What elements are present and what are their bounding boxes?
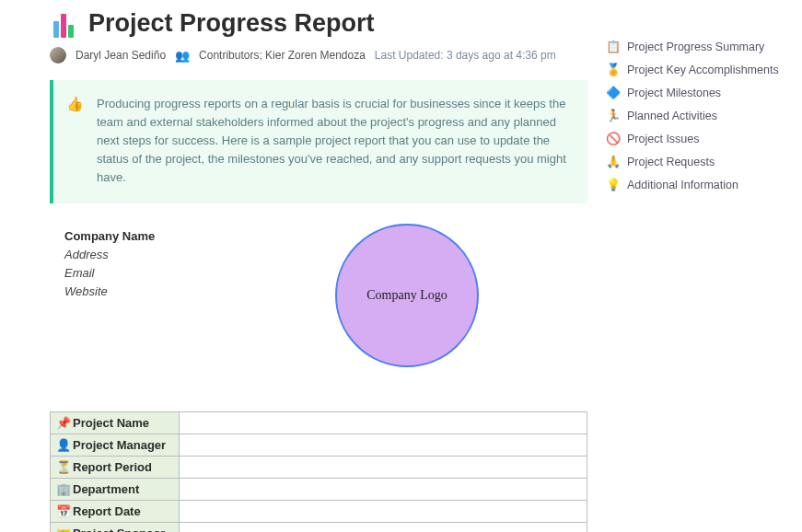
table-row-label: 👤Project Manager (51, 434, 180, 457)
last-updated-value: 3 days ago at 4:36 pm (447, 49, 556, 62)
table-row: ⏳Report Period (51, 457, 587, 479)
author-avatar[interactable] (50, 47, 66, 64)
row-icon: 👤 (56, 438, 71, 452)
page-title: Project Progress Report (88, 9, 375, 38)
nav-label: Project Key Accomplishments (627, 64, 779, 76)
nav-icon: 🏃 (606, 109, 620, 122)
author-name[interactable]: Daryl Jean Sediño (76, 49, 166, 62)
row-icon: 📌 (56, 416, 71, 430)
row-label-text: Report Date (73, 504, 141, 518)
table-row-value[interactable] (180, 457, 587, 479)
table-row: 👤Project Manager (51, 434, 587, 457)
row-label-text: Department (73, 482, 139, 496)
company-logo-text: Company Logo (366, 288, 447, 303)
nav-item[interactable]: 🔷Project Milestones (606, 81, 789, 104)
nav-item[interactable]: 🙏Project Requests (606, 150, 789, 173)
nav-item[interactable]: 📋Project Progress Summary (606, 35, 789, 58)
nav-icon: 📋 (606, 40, 620, 53)
row-icon: 📅 (56, 504, 71, 518)
row-icon: ⏳ (56, 460, 71, 474)
nav-label: Additional Information (627, 179, 738, 191)
nav-item[interactable]: 🏃Planned Activities (606, 104, 789, 127)
sidebar-nav: 📋Project Progress Summary🏅Project Key Ac… (587, 9, 789, 532)
row-label-text: Project Sponsor (73, 526, 165, 532)
table-row-label: 🤝Project Sponsor (51, 523, 180, 533)
nav-label: Project Issues (627, 133, 700, 145)
row-icon: 🤝 (56, 526, 71, 532)
contributors-value[interactable]: Kier Zoren Mendoza (265, 49, 366, 62)
contributors-label: Contributors; (199, 49, 262, 62)
table-row-value[interactable] (180, 523, 587, 533)
nav-item[interactable]: 🚫Project Issues (606, 127, 789, 150)
contributors-icon: 👥 (175, 48, 190, 63)
row-label-text: Project Manager (73, 438, 166, 452)
table-row-label: 📌Project Name (51, 412, 180, 434)
nav-item[interactable]: 💡Additional Information (606, 173, 789, 196)
table-row: 📌Project Name (51, 412, 587, 434)
last-updated-label: Last Updated: (375, 49, 444, 62)
nav-label: Project Milestones (627, 87, 721, 99)
table-row: 📅Report Date (51, 501, 587, 523)
nav-label: Planned Activities (627, 110, 717, 122)
project-info-table: 📌Project Name👤Project Manager⏳Report Per… (50, 411, 587, 532)
row-label-text: Report Period (73, 460, 152, 474)
nav-icon: 🚫 (606, 132, 620, 145)
table-row: 🤝Project Sponsor (51, 523, 587, 533)
intro-callout: 👍 Producing progress reports on a regula… (50, 80, 587, 203)
nav-label: Project Progress Summary (627, 40, 764, 53)
nav-icon: 💡 (606, 178, 620, 191)
thumbs-up-icon: 👍 (66, 95, 84, 187)
company-section: Company Name Address Email Website Compa… (50, 227, 587, 411)
table-row-value[interactable] (180, 434, 587, 457)
title-row: Project Progress Report (50, 9, 587, 38)
row-label-text: Project Name (73, 416, 149, 430)
row-icon: 🏢 (56, 482, 71, 496)
table-row: 🏢Department (51, 479, 587, 501)
table-row-value[interactable] (180, 479, 587, 501)
company-address[interactable]: Address (64, 246, 587, 264)
nav-icon: 🔷 (606, 86, 620, 99)
callout-text: Producing progress reports on a regular … (97, 95, 571, 187)
table-row-value[interactable] (180, 412, 587, 434)
company-name[interactable]: Company Name (64, 227, 587, 246)
nav-item[interactable]: 🏅Project Key Accomplishments (606, 58, 789, 81)
company-website[interactable]: Website (64, 283, 587, 301)
nav-label: Project Requests (627, 156, 715, 168)
table-row-label: ⏳Report Period (51, 457, 180, 479)
table-row-label: 📅Report Date (51, 501, 180, 523)
nav-icon: 🙏 (606, 155, 620, 168)
company-logo-placeholder[interactable]: Company Logo (335, 224, 479, 367)
bar-chart-icon (50, 10, 77, 38)
company-email[interactable]: Email (64, 264, 587, 283)
table-row-label: 🏢Department (51, 479, 180, 501)
nav-icon: 🏅 (606, 63, 620, 76)
table-row-value[interactable] (180, 501, 587, 523)
meta-row: Daryl Jean Sediño 👥 Contributors; Kier Z… (50, 47, 587, 64)
